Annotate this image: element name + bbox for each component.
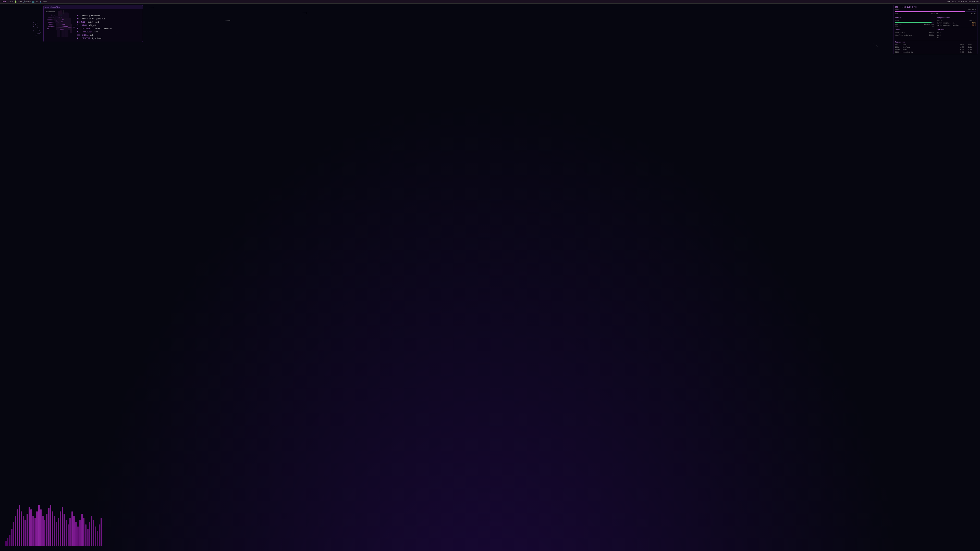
neofetch-content: \ // ::::://####\\ :::::::::/ // :::::::… (46, 14, 141, 40)
status-left: Tech 100% 🔋 20% 🔊100% 📺 28 📱 10% (2, 0, 47, 3)
nf-uptime: BI| UPTIME: 21 hours 7 minutes (77, 27, 112, 30)
neofetch-body: distfetch \ // ::::://####\\ :::::::::/ … (44, 9, 143, 42)
nf-kernel: KE|RNEL: 6.7.7-zen1 (77, 21, 112, 24)
star-1 (153, 8, 154, 8)
nf-os: OS: nixos 24.05 (uakari) (77, 17, 112, 21)
nf-packages: MA| PACKAGES: 3577 (77, 30, 112, 34)
bottom-section: ⬛ Tech 100% 🔋 20% 🔊100% 28 10% Sat 2024-… (0, 0, 372, 103)
star-3 (306, 13, 307, 13)
nf-arch: Y | ARCH: x86_64 (77, 24, 112, 27)
neofetch-terminal: emmet@snowfire distfetch \ // ::::://###… (43, 5, 143, 42)
workspace-label: Tech (2, 0, 6, 3)
qb-ascii-art: ___ / \ | D | \___/ | \ /| \ / | \ | ___… (33, 19, 41, 37)
neofetch-prompt: distfetch (46, 11, 141, 13)
neofetch-titlebar: emmet@snowfire (44, 5, 143, 9)
star-2 (230, 21, 230, 21)
neofetch-title: emmet@snowfire (45, 6, 60, 8)
neofetch-ascii: \ // ::::://####\\ :::::::::/ // :::::::… (46, 14, 75, 40)
global-status-bar: Tech 100% 🔋 20% 🔊100% 📺 28 📱 10% Sat 202… (0, 0, 372, 3)
nf-desktop: RI| DESKTOP: hyprland (77, 37, 112, 40)
cpu-label: 100% 🔋 20% 🔊100% 📺 28 📱 10% (8, 0, 47, 3)
neofetch-info: WE| emmet @ snowfire OS: nixos 24.05 (ua… (77, 14, 112, 40)
nf-shell: CN| SHELL: zsh (77, 34, 112, 37)
nf-we: WE| emmet @ snowfire (77, 14, 112, 17)
